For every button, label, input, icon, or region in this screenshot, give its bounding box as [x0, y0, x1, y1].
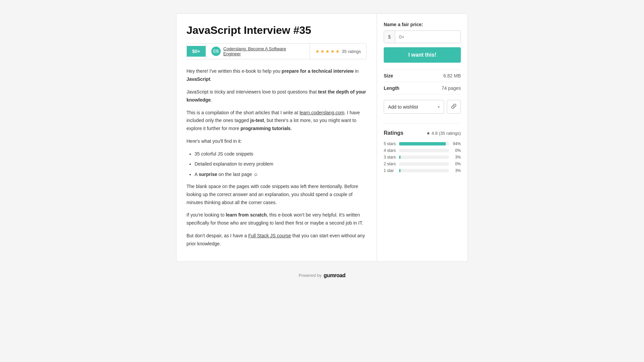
rating-row: 2 stars 0% [384, 162, 461, 166]
rating-pct: 3% [451, 155, 461, 160]
link-icon [451, 104, 457, 110]
buy-button[interactable]: I want this! [384, 47, 461, 63]
star-5: ★ [335, 49, 340, 54]
rating-pct: 3% [451, 168, 461, 173]
currency-symbol: $ [384, 31, 395, 43]
rating-label: 1 star [384, 168, 396, 173]
powered-by-text: Powered by [299, 273, 322, 278]
rating-row: 3 stars 3% [384, 155, 461, 160]
desc-para3-pre: This is a compilation of the short artic… [186, 110, 300, 115]
rating-row: 1 star 3% [384, 168, 461, 173]
meta-table: Size 6.82 MB Length 74 pages [384, 69, 461, 95]
desc-para3-bold: programming tutorials [240, 126, 290, 131]
main-content: JavaScript Interview #35 $0+ CS Codersla… [176, 14, 377, 261]
rating-label: 4 stars [384, 148, 396, 153]
footer: Powered by gumroad [299, 273, 345, 279]
desc-para1: Hey there! I've written this e-book to h… [186, 67, 367, 83]
desc-para3-end2: . [290, 126, 292, 131]
rating-pct: 0% [451, 148, 461, 153]
ratings-summary: ★ 4.8 (35 ratings) [426, 131, 461, 136]
author-link[interactable]: Coderslang: Become A Software Engineer [223, 46, 304, 56]
bullet3-pre: A [195, 172, 199, 177]
size-label: Size [384, 70, 418, 82]
rating-bar-track [399, 169, 449, 172]
desc-para4: Here's what you'll find in it: [186, 137, 367, 145]
bullet-list: 35 colorful JS code snippets Detailed ex… [195, 150, 367, 178]
desc-para6: If you're looking to learn from scratch,… [186, 211, 367, 227]
bullet-item-2: Detailed explanation to every problem [195, 160, 367, 168]
rating-bar-track [399, 142, 449, 145]
price-input[interactable] [395, 31, 461, 43]
wishlist-label: Add to wishlist [388, 104, 418, 110]
rating-bar-track [399, 149, 449, 152]
rating-bar-track [399, 162, 449, 166]
bullet-item-3: A surprise on the last page ☺ [195, 171, 367, 178]
length-label: Length [384, 82, 418, 95]
description: Hey there! I've written this e-book to h… [186, 67, 367, 248]
ratings-summary-star: ★ [426, 131, 430, 136]
ratings-summary-text: 4.8 (35 ratings) [432, 131, 461, 136]
author-avatar: CS [211, 47, 221, 56]
star-1: ★ [315, 49, 320, 54]
sidebar: Name a fair price: $ I want this! Size 6… [377, 14, 468, 261]
desc-para1-bold: prepare for a technical interview [282, 68, 354, 74]
desc-para6-pre: If you're looking to [186, 212, 226, 218]
desc-para5: The blank space on the pages with code s… [186, 183, 367, 206]
ratings-count: 35 ratings [342, 49, 361, 54]
rating-row: 5 stars 94% [384, 141, 461, 146]
stars-display: ★ ★ ★ ★ ★ [315, 49, 340, 54]
ratings-title: Ratings [384, 130, 404, 136]
price-badge-label: $0+ [192, 49, 200, 54]
star-2: ★ [320, 49, 325, 54]
gumroad-logo: gumroad [324, 273, 345, 279]
bullet-item-1: 35 colorful JS code snippets [195, 150, 367, 158]
price-badge: $0+ [187, 46, 206, 57]
rating-label: 3 stars [384, 155, 396, 160]
ratings-bars: 5 stars 94% 4 stars 0% 3 stars 3% 2 star… [384, 141, 461, 173]
desc-para7: But don't despair, as I have a Full Stac… [186, 232, 367, 248]
bullet3-bold: surprise [199, 172, 217, 177]
star-3: ★ [325, 49, 330, 54]
size-value: 6.82 MB [418, 70, 461, 82]
desc-para2: JavaScript is tricky and interviewers lo… [186, 88, 367, 104]
desc-para3: This is a compilation of the short artic… [186, 109, 367, 133]
price-label: Name a fair price: [384, 22, 461, 27]
desc-para1-bold2: JavaScript [186, 76, 210, 82]
rating-label: 2 stars [384, 162, 396, 166]
desc-para1-mid: in [354, 68, 359, 74]
rating-bar-fill [399, 169, 400, 172]
rating-pct: 94% [451, 141, 461, 146]
ratings-section: Ratings ★ 4.8 (35 ratings) 5 stars 94% 4… [384, 123, 461, 173]
ratings-header: Ratings ★ 4.8 (35 ratings) [384, 130, 461, 136]
length-value: 74 pages [418, 82, 461, 95]
desc-para3-link[interactable]: learn.coderslang.com [300, 110, 344, 115]
copy-link-button[interactable] [447, 100, 461, 114]
price-input-wrap: $ [384, 31, 461, 43]
chevron-down-icon: ▾ [438, 105, 440, 109]
price-badge-wrap: $0+ [187, 46, 206, 57]
bullet3-end: on the last page ☺ [217, 172, 258, 177]
rating-bar-fill [399, 156, 400, 159]
wishlist-row: Add to wishlist ▾ [384, 100, 461, 114]
desc-para3-code: js-test [250, 118, 264, 123]
wishlist-button[interactable]: Add to wishlist ▾ [384, 100, 444, 114]
desc-para1-pre: Hey there! I've written this e-book to h… [186, 68, 282, 74]
desc-para6-bold: learn from scratch [226, 212, 267, 218]
rating-row: 4 stars 0% [384, 148, 461, 153]
desc-para7-pre: But don't despair, as I have a [186, 233, 248, 238]
product-meta: $0+ CS Coderslang: Become A Software Eng… [186, 43, 367, 59]
rating-bar-track [399, 156, 449, 159]
rating-pct: 0% [451, 162, 461, 166]
desc-para1-end: . [210, 76, 212, 82]
author-section: CS Coderslang: Become A Software Enginee… [206, 44, 310, 59]
ratings-meta: ★ ★ ★ ★ ★ 35 ratings [310, 46, 366, 57]
product-title: JavaScript Interview #35 [186, 24, 367, 37]
desc-para2-pre: JavaScript is tricky and interviewers lo… [186, 89, 318, 95]
desc-para7-link[interactable]: Full Stack JS course [248, 233, 291, 238]
length-row: Length 74 pages [384, 82, 461, 95]
rating-label: 5 stars [384, 141, 396, 146]
desc-para2-end: . [211, 97, 212, 103]
rating-bar-fill [399, 142, 446, 145]
size-row: Size 6.82 MB [384, 70, 461, 82]
star-4: ★ [330, 49, 335, 54]
